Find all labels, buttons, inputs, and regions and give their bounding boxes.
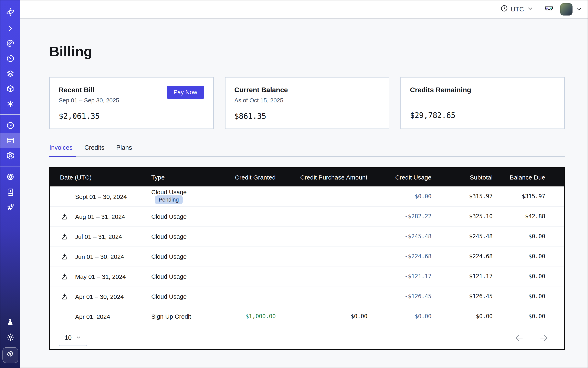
column-header-credit-granted: Credit Granted [216, 168, 276, 187]
app-window: UTC Billing Recent Bill Sep 01 – Sep 30,… [0, 0, 588, 368]
invoice-row: Apr 01, 2024 Sign Up Credit $1,000.00 $0… [50, 306, 564, 326]
credits-remaining-card: Credits Remaining $29,782.65 [401, 77, 565, 129]
tab-plans[interactable]: Plans [116, 144, 135, 157]
invoice-date-cell: Jul 01 – 31, 2024 [50, 226, 151, 246]
invoice-row: Apr 01 – 30, 2024 Cloud Usage -$126.45 $… [50, 286, 564, 306]
download-icon [61, 233, 68, 240]
sidebar-item-layers[interactable] [0, 66, 20, 81]
billing-page: Billing Recent Bill Sep 01 – Sep 30, 202… [20, 19, 588, 368]
download-invoice-button[interactable] [61, 233, 73, 240]
timezone-selector[interactable]: UTC [500, 4, 533, 14]
credit-granted-value [216, 286, 276, 306]
invoice-date-cell: Sept 01 – 30, 2024 [50, 187, 151, 206]
next-page-button[interactable] [539, 333, 548, 343]
invoice-date: May 01 – 31, 2024 [75, 273, 126, 280]
invoice-date: Aug 01 – 31, 2024 [75, 213, 125, 220]
credit-granted-value: $1,000.00 [216, 306, 276, 326]
logo-icon [6, 7, 15, 17]
flask-icon [6, 318, 14, 326]
invoice-date: Sept 01 – 30, 2024 [75, 193, 127, 200]
credit-usage-value: -$126.45 [367, 286, 431, 306]
sidebar-item-functions[interactable] [0, 96, 20, 111]
download-invoice-button[interactable] [61, 293, 73, 300]
tab-invoices[interactable]: Invoices [49, 144, 76, 157]
pagination-arrows [515, 333, 548, 343]
sidebar [0, 0, 20, 368]
recent-bill-amount: $2,061.35 [59, 111, 204, 120]
balance-due-value: $315.97 [493, 187, 564, 206]
pay-now-button[interactable]: Pay Now [167, 86, 204, 99]
sidebar-item-usage[interactable] [0, 118, 20, 133]
column-header-credit-purchase: Credit Purchase Amount [276, 168, 367, 187]
sidebar-item-cube[interactable] [0, 81, 20, 96]
invoice-row: May 01 – 31, 2024 Cloud Usage -$121.17 $… [50, 267, 564, 286]
observe-icon [6, 39, 15, 48]
download-icon [61, 293, 68, 300]
main-area: UTC Billing Recent Bill Sep 01 – Sep 30,… [20, 0, 588, 368]
sidebar-item-observe[interactable] [0, 36, 20, 51]
brightness-icon [6, 333, 15, 341]
invoice-type-cell: Cloud Usage [151, 226, 216, 246]
pricing-button[interactable] [2, 347, 18, 363]
subtotal-value: $224.68 [431, 246, 493, 267]
credit-usage-value: $0.00 [367, 306, 431, 326]
previous-page-button[interactable] [515, 333, 524, 343]
helm-icon [6, 173, 15, 181]
download-invoice-button[interactable] [61, 253, 73, 260]
credit-purchase-value: $0.00 [276, 306, 367, 326]
column-header-credit-usage: Credit Usage [367, 168, 431, 187]
table-header-row: Date (UTC) Type Credit Granted Credit Pu… [50, 168, 564, 187]
sidebar-item-settings[interactable] [0, 148, 20, 163]
download-invoice-button[interactable] [61, 213, 73, 220]
page-size-select[interactable]: 10 [59, 330, 87, 346]
download-invoice-button [61, 193, 73, 200]
invoice-date: Apr 01 – 30, 2024 [75, 293, 124, 300]
invoice-date: Apr 01, 2024 [75, 313, 110, 320]
sidebar-item-fleet[interactable] [0, 169, 20, 184]
current-balance-amount: $861.35 [234, 111, 380, 120]
invoice-row: Jun 01 – 30, 2024 Cloud Usage -$224.68 $… [50, 246, 564, 267]
sidebar-expand-button[interactable] [0, 21, 20, 36]
column-header-type: Type [151, 168, 216, 187]
view-mode-button[interactable] [544, 3, 554, 15]
invoice-date-cell: May 01 – 31, 2024 [50, 267, 151, 286]
user-menu-button[interactable] [575, 6, 582, 13]
tab-credits[interactable]: Credits [84, 144, 108, 157]
chevron-right-icon [6, 24, 14, 32]
download-icon [61, 213, 68, 220]
topbar: UTC [20, 0, 588, 19]
user-avatar[interactable] [560, 3, 572, 15]
invoice-type-cell: Cloud Usage [151, 206, 216, 226]
subtotal-value: $245.48 [431, 226, 493, 246]
credit-usage-value: $0.00 [367, 187, 431, 206]
column-header-balance-due: Balance Due [493, 168, 564, 187]
credit-granted-value [216, 267, 276, 286]
sidebar-item-docs[interactable] [0, 184, 20, 200]
gear-icon [6, 151, 15, 160]
invoice-type-cell: Cloud Usage [151, 286, 216, 306]
invoice-type: Cloud Usage [151, 213, 187, 220]
credit-purchase-value [276, 286, 367, 306]
billing-card-icon [6, 136, 15, 145]
sidebar-divider [0, 166, 20, 166]
sidebar-bottom-group [0, 314, 20, 363]
credit-granted-value [216, 226, 276, 246]
credit-purchase-value [276, 226, 367, 246]
recent-bill-card: Recent Bill Sep 01 – Sep 30, 2025 $2,061… [49, 77, 213, 129]
timezone-label: UTC [511, 6, 524, 13]
history-icon [6, 54, 15, 63]
subtotal-value: $325.10 [431, 206, 493, 226]
download-invoice-button[interactable] [61, 273, 73, 280]
sidebar-item-theme[interactable] [0, 330, 20, 345]
credit-granted-value [216, 187, 276, 206]
sidebar-item-history[interactable] [0, 51, 20, 66]
app-logo[interactable] [0, 4, 20, 19]
cube-icon [6, 84, 15, 93]
sidebar-item-getting-started[interactable] [0, 200, 20, 215]
invoice-row: Jul 01 – 31, 2024 Cloud Usage -$245.48 $… [50, 226, 564, 246]
sidebar-item-labs[interactable] [0, 314, 20, 330]
chevron-down-icon [575, 6, 582, 13]
clock-icon [500, 4, 508, 14]
sidebar-item-billing[interactable] [0, 133, 20, 148]
rocket-icon [6, 203, 15, 211]
